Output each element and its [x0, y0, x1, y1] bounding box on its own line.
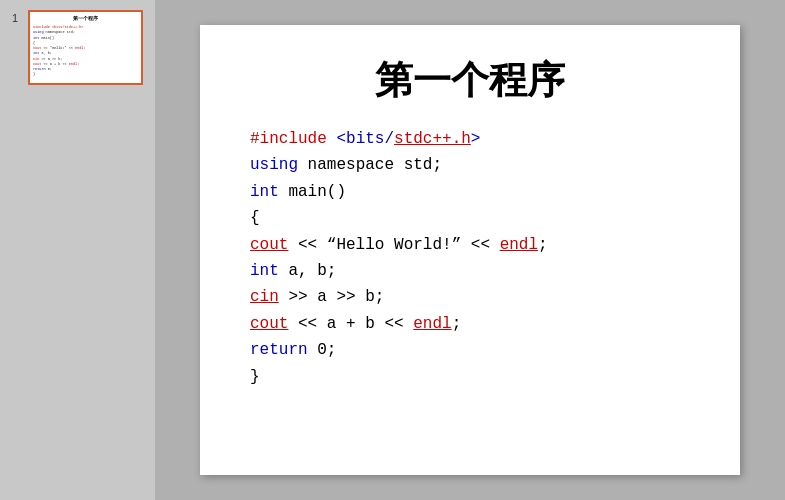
code-part: endl — [413, 315, 451, 333]
code-line-2: using namespace std; — [250, 152, 548, 178]
thumb-title-1: 第一个程序 — [33, 16, 138, 23]
code-line-6: int a, b; — [250, 258, 548, 284]
code-part: <bits/ — [336, 130, 394, 148]
code-part: int — [250, 183, 279, 201]
slide-thumb-container-1[interactable]: 1 第一个程序 #include <bits/stdc++.h> using n… — [12, 10, 143, 85]
code-part: } — [250, 368, 260, 386]
code-line-1: #include <bits/stdc++.h> — [250, 126, 548, 152]
code-part: cout — [250, 236, 288, 254]
code-part: ; — [538, 236, 548, 254]
code-part: return — [250, 341, 308, 359]
thumb-inner-1: 第一个程序 #include <bits/stdc++.h> using nam… — [30, 12, 141, 83]
code-part: using — [250, 156, 298, 174]
code-line-8: cout << a + b << endl; — [250, 311, 548, 337]
slide-thumb-1[interactable]: 第一个程序 #include <bits/stdc++.h> using nam… — [28, 10, 143, 85]
code-part: namespace std; — [298, 156, 442, 174]
sidebar: 1 第一个程序 #include <bits/stdc++.h> using n… — [0, 0, 155, 500]
code-line-7: cin >> a >> b; — [250, 284, 548, 310]
code-part: stdc++.h — [394, 130, 471, 148]
code-part: #include — [250, 130, 336, 148]
code-part: << “Hello World!” << — [288, 236, 499, 254]
code-part: a, b; — [279, 262, 337, 280]
code-line-3: int main() — [250, 179, 548, 205]
code-part: cout — [250, 315, 288, 333]
main-area: 第一个程序 #include <bits/stdc++.h> using nam… — [155, 0, 785, 500]
code-line-10: } — [250, 364, 548, 390]
slide-number-1: 1 — [12, 12, 24, 24]
code-part: { — [250, 209, 260, 227]
code-line-4: { — [250, 205, 548, 231]
code-line-5: cout << “Hello World!” << endl; — [250, 232, 548, 258]
code-part: ; — [452, 315, 462, 333]
code-part: main() — [279, 183, 346, 201]
code-block: #include <bits/stdc++.h> using namespace… — [250, 126, 548, 390]
code-part: cin — [250, 288, 279, 306]
code-line-9: return 0; — [250, 337, 548, 363]
slide-page: 第一个程序 #include <bits/stdc++.h> using nam… — [200, 25, 740, 475]
code-part: endl — [500, 236, 538, 254]
code-part: >> a >> b; — [279, 288, 385, 306]
code-part: int — [250, 262, 279, 280]
slide-title: 第一个程序 — [250, 55, 690, 106]
code-part: 0; — [308, 341, 337, 359]
code-part: > — [471, 130, 481, 148]
code-part: << a + b << — [288, 315, 413, 333]
